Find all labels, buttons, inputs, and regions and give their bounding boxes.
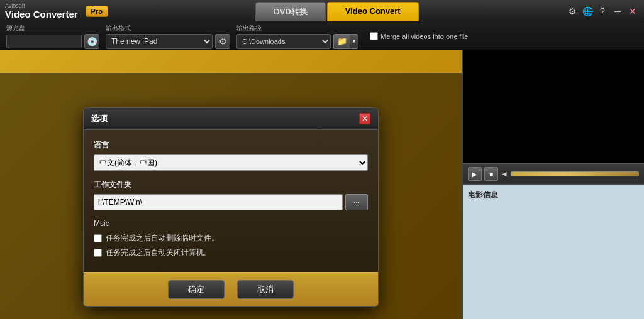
- shutdown-checkbox[interactable]: [94, 249, 102, 257]
- globe-icon[interactable]: 🌐: [581, 5, 594, 18]
- source-disk-group: 源光盘 💿: [6, 24, 99, 49]
- workdir-label: 工作文件夹: [94, 180, 368, 190]
- modal-title: 选项: [91, 113, 108, 124]
- delete-temp-label[interactable]: 任务完成之后自动删除临时文件。: [106, 233, 219, 244]
- settings-icon[interactable]: ⚙: [566, 5, 579, 18]
- main-area: 选项 ✕ 语言 中文(简体，中国) 工作文件夹 ···: [0, 50, 644, 319]
- workdir-input[interactable]: [94, 194, 343, 210]
- format-select[interactable]: The new iPad: [106, 34, 213, 49]
- format-label: 输出格式: [106, 24, 131, 33]
- movie-info-panel: 电影信息: [463, 185, 644, 319]
- workdir-row: ···: [94, 194, 368, 210]
- disk-browse-button[interactable]: 💿: [84, 34, 99, 49]
- merge-label[interactable]: Merge all videos into one file: [380, 33, 468, 40]
- language-label: 语言: [94, 140, 368, 151]
- output-path-group: 输出路径 C:\Downloads 📁 ▼: [236, 24, 358, 49]
- modal-body: 语言 中文(简体，中国) 工作文件夹 ··· Msic 任务完成之后自动删除临: [84, 130, 378, 272]
- options-dialog: 选项 ✕ 语言 中文(简体，中国) 工作文件夹 ···: [83, 107, 379, 307]
- app-logo: Aviosoft Video Converter: [5, 3, 78, 20]
- volume-slider[interactable]: [511, 171, 639, 176]
- source-label: 源光盘: [6, 24, 25, 33]
- delete-temp-checkbox[interactable]: [94, 234, 102, 242]
- minimize-button[interactable]: ─: [611, 5, 624, 18]
- left-panel: 选项 ✕ 语言 中文(简体，中国) 工作文件夹 ···: [0, 50, 462, 319]
- tab-dvd[interactable]: DVD转换: [255, 2, 325, 21]
- workdir-browse-button[interactable]: ···: [345, 194, 368, 210]
- volume-icon: ◄: [501, 170, 508, 178]
- cancel-button[interactable]: 取消: [237, 280, 294, 299]
- folder-browse-button[interactable]: 📁 ▼: [333, 34, 358, 49]
- movie-info-title: 电影信息: [468, 190, 639, 200]
- right-panel: ▶ ■ ◄ 电影信息: [462, 50, 644, 319]
- confirm-button[interactable]: 确定: [168, 280, 225, 299]
- shutdown-row: 任务完成之后自动关闭计算机。: [94, 247, 368, 258]
- company-name: Aviosoft: [5, 3, 78, 9]
- window-controls: ⚙ 🌐 ? ─ ✕: [566, 5, 639, 18]
- output-label: 输出路径: [236, 24, 262, 33]
- toolbar: 源光盘 💿 输出格式 The new iPad ⚙ 输出路径 C:\Downlo…: [0, 23, 644, 50]
- play-button[interactable]: ▶: [468, 167, 482, 181]
- app-name: Video Converter: [5, 9, 78, 20]
- format-group: 输出格式 The new iPad ⚙: [106, 24, 230, 49]
- video-preview: [463, 50, 644, 163]
- source-disk-input[interactable]: [6, 35, 82, 48]
- title-bar: Aviosoft Video Converter Pro DVD转换 Video…: [0, 0, 644, 23]
- modal-footer: 确定 取消: [84, 272, 378, 306]
- language-select[interactable]: 中文(简体，中国): [94, 154, 368, 171]
- nav-tabs: DVD转换 Video Convert: [108, 2, 566, 21]
- stop-button[interactable]: ■: [484, 167, 498, 181]
- modal-titlebar: 选项 ✕: [84, 108, 378, 130]
- help-icon[interactable]: ?: [596, 5, 609, 18]
- close-button[interactable]: ✕: [626, 5, 639, 18]
- modal-overlay: 选项 ✕ 语言 中文(简体，中国) 工作文件夹 ···: [0, 73, 462, 319]
- tab-video[interactable]: Video Convert: [327, 2, 419, 21]
- delete-temp-row: 任务完成之后自动删除临时文件。: [94, 233, 368, 244]
- output-path-select[interactable]: C:\Downloads: [236, 34, 331, 49]
- misc-label: Msic: [94, 219, 368, 228]
- folder-dropdown-arrow[interactable]: ▼: [350, 34, 358, 49]
- merge-checkbox-group: Merge all videos into one file: [370, 32, 468, 40]
- preview-controls: ▶ ■ ◄: [463, 163, 644, 185]
- format-settings-button[interactable]: ⚙: [215, 34, 230, 49]
- folder-icon[interactable]: 📁: [333, 34, 350, 49]
- modal-close-button[interactable]: ✕: [359, 113, 370, 124]
- pro-badge: Pro: [86, 6, 108, 17]
- shutdown-label[interactable]: 任务完成之后自动关闭计算机。: [106, 247, 211, 258]
- merge-checkbox[interactable]: [370, 32, 378, 40]
